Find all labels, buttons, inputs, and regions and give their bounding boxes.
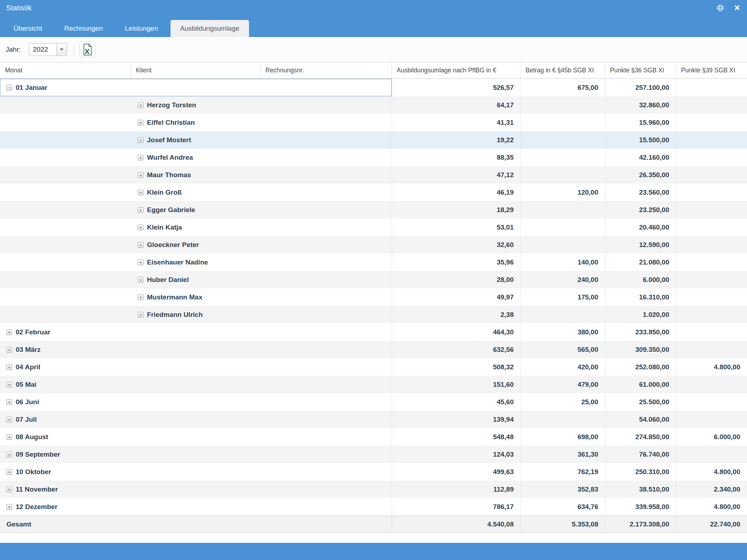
expand-icon[interactable]: + xyxy=(138,225,143,230)
cell-value xyxy=(676,341,747,358)
client-row[interactable]: +Maur Thomas47,1226.350,00 xyxy=(0,166,747,184)
column-header-6[interactable]: Punkte §39 SGB XI xyxy=(676,62,747,78)
cell-value: 12.590,00 xyxy=(605,236,676,253)
cell-value: 45,60 xyxy=(392,393,520,411)
year-select[interactable]: 2022 xyxy=(29,43,67,56)
expand-icon[interactable]: + xyxy=(138,102,143,108)
excel-export-button[interactable] xyxy=(80,42,95,57)
cell-value: 352,83 xyxy=(520,481,605,498)
expand-icon[interactable]: + xyxy=(6,504,12,510)
month-row[interactable]: +06 Juni45,6025,0025.500,00 xyxy=(0,393,747,411)
cell-value: 15.500,00 xyxy=(605,131,676,149)
cell-value: 46,19 xyxy=(392,184,520,201)
client-row[interactable]: +Huber Daniel28,00240,006.000,00 xyxy=(0,271,747,288)
expand-icon[interactable]: + xyxy=(138,277,143,283)
tab-ausbildungsumlage[interactable]: Ausbildungsumlage xyxy=(171,20,249,37)
expand-icon[interactable]: + xyxy=(138,312,143,318)
client-row[interactable]: +Eisenhauer Nadine35,96140,0021.080,00 xyxy=(0,253,747,271)
cell-value: 16.310,00 xyxy=(605,288,676,306)
cell-value: 252.080,00 xyxy=(605,358,676,376)
column-header-3[interactable]: Ausbildungsumlage nach PflBG in € xyxy=(392,62,520,78)
cell-value: 41,31 xyxy=(392,114,520,131)
tab-uebersicht[interactable]: Übersicht xyxy=(4,20,52,37)
column-header-4[interactable]: Betrag in € §45b SGB XI xyxy=(520,62,605,78)
month-row[interactable]: +04 April508,32420,00252.080,004.800,00 xyxy=(0,358,747,376)
month-row[interactable]: +11 November112,89352,8338.510,002.340,0… xyxy=(0,481,747,498)
month-row[interactable]: +07 Juli139,9454.060,00 xyxy=(0,411,747,428)
month-row[interactable]: −01 Januar526,57675,00257.100,00 xyxy=(0,79,747,96)
cell-value: 1.020,00 xyxy=(605,306,676,323)
cell-value: 240,00 xyxy=(520,271,605,288)
statistik-window: Statistik × ÜbersichtRechnungenLeistunge… xyxy=(0,0,747,560)
month-row[interactable]: +08 August548,48698,00274.850,006.000,00 xyxy=(0,428,747,446)
expand-icon[interactable]: + xyxy=(6,452,12,457)
client-row[interactable]: +Wurfel Andrea88,3542.160,00 xyxy=(0,149,747,166)
tab-leistungen[interactable]: Leistungen xyxy=(115,20,168,37)
cell-value: 2,38 xyxy=(392,306,520,323)
restore-icon[interactable] xyxy=(716,4,724,12)
expand-icon[interactable]: + xyxy=(6,399,12,405)
row-label: 02 Februar xyxy=(16,328,50,336)
expand-icon[interactable]: + xyxy=(138,242,143,248)
column-header-1[interactable]: Klient xyxy=(131,62,260,78)
month-row[interactable]: +02 Februar464,30380,00233.850,00 xyxy=(0,323,747,341)
row-label-cell: +05 Mai xyxy=(0,376,392,393)
titlebar-icons: × xyxy=(716,3,740,13)
expand-icon[interactable]: + xyxy=(6,487,12,492)
expand-icon[interactable]: + xyxy=(138,155,143,160)
cell-value: 4.540,08 xyxy=(392,516,520,533)
row-label: 05 Mai xyxy=(16,381,36,389)
expand-icon[interactable]: + xyxy=(138,172,143,178)
expand-icon[interactable]: + xyxy=(6,382,12,387)
close-icon[interactable]: × xyxy=(734,3,740,13)
tab-rechnungen[interactable]: Rechnungen xyxy=(55,20,112,37)
column-header-5[interactable]: Punkte §36 SGB XI xyxy=(605,62,676,78)
row-label-cell: +Eiffel Christian xyxy=(0,114,392,131)
expand-icon[interactable]: + xyxy=(138,120,143,125)
collapse-icon[interactable]: − xyxy=(6,85,12,91)
expand-icon[interactable]: + xyxy=(6,434,12,440)
client-row[interactable]: +Josef Mostert19,2215.500,00 xyxy=(0,131,747,149)
chevron-down-icon[interactable] xyxy=(56,43,67,56)
expand-icon[interactable]: + xyxy=(6,469,12,475)
cell-value: 479,00 xyxy=(520,376,605,393)
client-row[interactable]: +Klein Groß46,19120,0023.560,00 xyxy=(0,184,747,201)
expand-icon[interactable]: + xyxy=(138,260,143,265)
expand-icon[interactable]: + xyxy=(138,190,143,195)
month-row[interactable]: +05 Mai151,60479,0061.000,00 xyxy=(0,376,747,393)
client-row[interactable]: +Friedmann Ulrich2,381.020,00 xyxy=(0,306,747,323)
cell-value xyxy=(676,131,747,149)
row-label-cell: +12 Dezember xyxy=(0,498,392,515)
month-row[interactable]: +03 März632,56565,00309.350,00 xyxy=(0,341,747,358)
cell-value: 23.560,00 xyxy=(605,184,676,201)
cell-value xyxy=(520,96,605,114)
cell-value xyxy=(676,184,747,201)
cell-value: 675,00 xyxy=(520,79,605,96)
cell-value: 634,76 xyxy=(520,498,605,515)
column-header-2[interactable]: Rechnungsnr. xyxy=(260,62,392,78)
client-row[interactable]: +Eiffel Christian41,3115.960,00 xyxy=(0,114,747,131)
client-row[interactable]: +Gloeckner Peter32,6012.590,00 xyxy=(0,236,747,253)
cell-value: 25,00 xyxy=(520,393,605,411)
month-row[interactable]: +12 Dezember786,17634,76339.958,004.800,… xyxy=(0,498,747,515)
expand-icon[interactable]: + xyxy=(138,207,143,213)
client-row[interactable]: +Klein Katja53,0120.460,00 xyxy=(0,219,747,236)
expand-icon[interactable]: + xyxy=(6,417,12,422)
expand-icon[interactable]: + xyxy=(6,364,12,370)
row-label: 09 September xyxy=(16,451,60,458)
row-label: Egger Gabriele xyxy=(147,206,195,214)
cell-value xyxy=(676,114,747,131)
footer-bar xyxy=(0,543,747,560)
expand-icon[interactable]: + xyxy=(138,294,143,300)
client-row[interactable]: +Herzog Torsten64,1732.860,00 xyxy=(0,96,747,114)
cell-value: 20.460,00 xyxy=(605,219,676,236)
month-row[interactable]: +10 Oktober499,63762,19250.310,004.800,0… xyxy=(0,463,747,481)
expand-icon[interactable]: + xyxy=(6,329,12,335)
client-row[interactable]: +Mustermann Max49,97175,0016.310,00 xyxy=(0,288,747,306)
client-row[interactable]: +Egger Gabriele18,2923.250,00 xyxy=(0,201,747,219)
month-row[interactable]: +09 September124,03361,3076.740,00 xyxy=(0,446,747,463)
column-header-0[interactable]: Monat xyxy=(0,62,131,78)
expand-icon[interactable]: + xyxy=(6,347,12,353)
cell-value xyxy=(520,219,605,236)
expand-icon[interactable]: + xyxy=(138,137,143,143)
